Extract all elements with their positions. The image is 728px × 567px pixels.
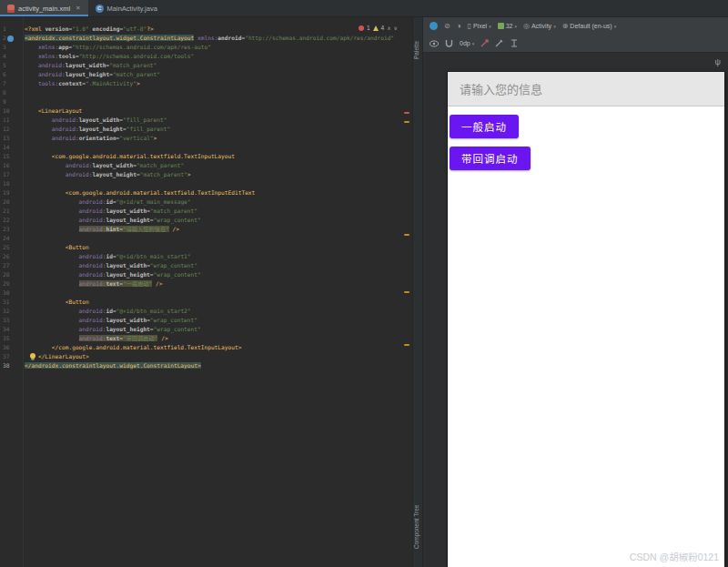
autoconnect-magnet-icon[interactable] <box>445 39 453 47</box>
guideline-icon[interactable] <box>510 39 519 47</box>
code-line[interactable]: 30 <box>0 289 412 298</box>
warning-count: 4 <box>381 25 385 31</box>
line-number: 14 <box>3 143 21 152</box>
error-icon <box>359 25 364 31</box>
design-surface[interactable]: ψ 请输入您的信息 一般启动 带回调启动 CSDN @胡椒粉0121 <box>423 53 728 567</box>
next-issue-icon[interactable]: ∨ <box>394 25 398 31</box>
default-margin-selector[interactable]: 0dp ▾ <box>460 40 474 46</box>
line-number: 16 <box>3 161 21 170</box>
blueprint-mode-icon[interactable]: ⊘ <box>444 23 450 30</box>
code-line[interactable]: 15 <com.google.android.material.textfiel… <box>0 152 412 161</box>
code-line[interactable]: 8 <box>0 88 412 97</box>
warning-stripe-mark[interactable] <box>404 344 410 346</box>
line-number: 36 <box>3 343 21 352</box>
code-line[interactable]: 7 tools:context=".MainActivity"> <box>0 79 412 88</box>
code-line[interactable]: 38</androidx.constraintlayout.widget.Con… <box>0 361 412 370</box>
code-line[interactable]: 1<?xml version="1.0" encoding="utf-8"?> <box>0 25 412 34</box>
code-line[interactable]: 36 </com.google.android.material.textfie… <box>0 343 412 352</box>
infer-constraints-icon[interactable] <box>495 39 503 47</box>
warning-stripe-mark[interactable] <box>404 121 410 123</box>
design-surface-icon[interactable] <box>430 22 438 30</box>
chevron-down-icon: ▾ <box>489 24 491 29</box>
line-number: 24 <box>3 234 21 243</box>
error-stripe-mark[interactable] <box>404 112 410 114</box>
globe-icon: ⊕ <box>562 23 569 30</box>
device-selector[interactable]: ▯ Pixel ▾ <box>468 23 491 30</box>
margin-value: 0dp <box>460 40 470 46</box>
prev-issue-icon[interactable]: ∧ <box>387 25 390 31</box>
orientation-icon[interactable]: ◑ <box>457 23 461 30</box>
view-options-eye-icon[interactable] <box>430 40 439 47</box>
code-line[interactable]: 3 xmlns:app="http://schemas.android.com/… <box>0 43 412 52</box>
text-input-preview[interactable]: 请输入您的信息 <box>448 72 724 106</box>
code-line[interactable]: 23 android:hint="请输入您的信息" /> <box>0 225 412 234</box>
code-line[interactable]: 34 android:layout_height="wrap_content" <box>0 325 412 334</box>
tab-activity-main-xml[interactable]: activity_main.xml ✕ <box>0 0 88 16</box>
line-number: 17 <box>3 170 21 179</box>
line-number: 3 <box>3 43 21 52</box>
code-line[interactable]: 33 android:layout_width="wrap_content" <box>0 316 412 325</box>
code-line[interactable]: 6 android:layout_height="match_parent" <box>0 70 412 79</box>
code-line[interactable]: 24 <box>0 234 412 243</box>
line-number: 5 <box>3 61 21 70</box>
inspection-widget[interactable]: 1 4 ∧ ∨ <box>359 25 398 31</box>
code-line[interactable]: 28 android:layout_height="wrap_content" <box>0 270 412 279</box>
error-stripe-scrollbar[interactable] <box>401 17 412 567</box>
line-number: 22 <box>3 216 21 225</box>
warning-stripe-mark[interactable] <box>404 291 410 293</box>
code-line[interactable]: 26 android:id="@+id/btn_main_start1" <box>0 252 412 261</box>
code-area[interactable]: 1<?xml version="1.0" encoding="utf-8"?>2… <box>0 25 412 370</box>
code-line[interactable]: 11 android:layout_width="fill_parent" <box>0 116 412 125</box>
code-line[interactable]: 32 android:id="@+id/btn_main_start2" <box>0 307 412 316</box>
code-line[interactable]: 10 <LinearLayout <box>0 106 412 116</box>
tab-mainactivity-java[interactable]: C MainActivity.java <box>88 0 165 16</box>
preview-button-start1[interactable]: 一般启动 <box>450 115 519 138</box>
code-line[interactable]: 27 android:layout_width="wrap_content" <box>0 261 412 270</box>
code-line[interactable]: 17 android:layout_height="match_parent"> <box>0 170 412 179</box>
code-line[interactable]: 5 android:layout_width="match_parent" <box>0 61 412 70</box>
code-line[interactable]: 9 <box>0 97 412 106</box>
preview-button-start2[interactable]: 带回调启动 <box>450 147 531 170</box>
code-line[interactable]: 21 android:layout_width="match_parent" <box>0 207 412 216</box>
device-preview-screen[interactable]: 请输入您的信息 一般启动 带回调启动 CSDN @胡椒粉0121 <box>448 72 724 567</box>
code-line[interactable]: 16 android:layout_width="match_parent" <box>0 161 412 170</box>
preview-gutter-icon[interactable] <box>7 35 14 42</box>
tool-window-strip: Palette Component Tree <box>412 17 423 567</box>
code-line[interactable]: 2<androidx.constraintlayout.widget.Const… <box>0 34 412 43</box>
line-number: 20 <box>3 197 21 207</box>
chevron-down-icon: ▾ <box>472 41 475 46</box>
code-line[interactable]: 12 android:layout_height="fill_parent" <box>0 125 412 134</box>
code-line[interactable]: 37 </LinearLayout> <box>0 352 412 361</box>
code-line[interactable]: 18 <box>0 179 412 188</box>
locale-selector[interactable]: ⊕ Default (en-us) ▾ <box>562 23 617 30</box>
code-line[interactable]: 20 android:id="@+id/et_main_message" <box>0 197 412 207</box>
line-number: 10 <box>3 106 21 116</box>
code-line[interactable]: 4 xmlns:tools="http://schemas.android.co… <box>0 52 412 61</box>
layout-design-panel: ⊘ ◑ ▯ Pixel ▾ 32 ▾ ◎ Activity ▾ <box>423 17 728 567</box>
xml-code-editor[interactable]: 1<?xml version="1.0" encoding="utf-8"?>2… <box>0 17 412 567</box>
code-line[interactable]: 19 <com.google.android.material.textfiel… <box>0 188 412 197</box>
design-toolbar: ⊘ ◑ ▯ Pixel ▾ 32 ▾ ◎ Activity ▾ <box>423 17 728 53</box>
code-line[interactable]: 22 android:layout_height="wrap_content" <box>0 216 412 225</box>
line-number: 8 <box>3 88 21 97</box>
line-number: 31 <box>3 298 21 307</box>
line-number: 33 <box>3 316 21 325</box>
line-number: 7 <box>3 79 21 88</box>
line-number: 27 <box>3 261 21 270</box>
close-icon[interactable]: ✕ <box>76 5 80 12</box>
signal-antenna-icon: ψ <box>715 57 721 66</box>
java-class-icon: C <box>96 5 104 13</box>
design-toolbar-row2: 0dp ▾ <box>423 35 728 52</box>
warning-stripe-mark[interactable] <box>404 234 410 236</box>
code-line[interactable]: 29 android:text="一般启动" /> <box>0 279 412 289</box>
code-line[interactable]: 13 android:orientation="vertical"> <box>0 134 412 143</box>
code-line[interactable]: 31 <Button <box>0 298 412 307</box>
clear-constraints-icon[interactable] <box>480 39 489 47</box>
theme-selector[interactable]: ◎ Activity ▾ <box>523 23 556 30</box>
code-line[interactable]: 25 <Button <box>0 243 412 252</box>
intention-bulb-icon[interactable] <box>30 353 35 359</box>
line-number: 29 <box>3 279 21 289</box>
api-level-selector[interactable]: 32 ▾ <box>498 23 517 29</box>
code-line[interactable]: 35 android:text="带回调启动" /> <box>0 334 412 343</box>
code-line[interactable]: 14 <box>0 143 412 152</box>
